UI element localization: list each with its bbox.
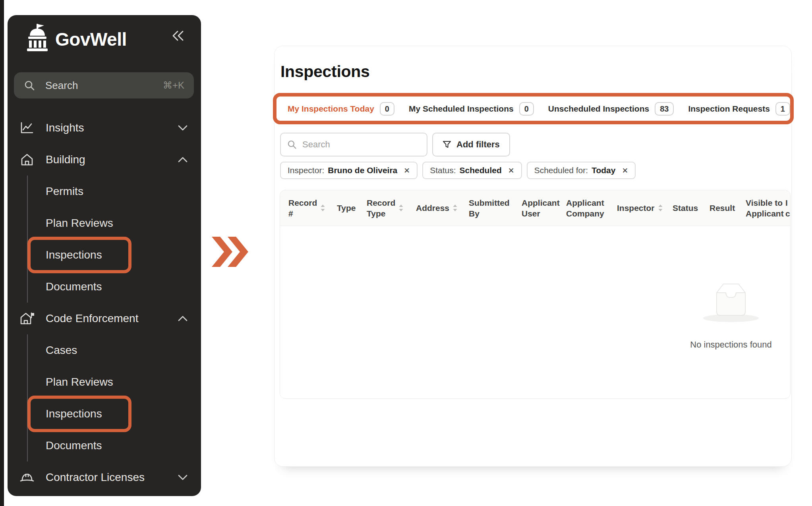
- sidebar-item-label: Building: [46, 153, 85, 166]
- chevron-up-icon: [178, 156, 188, 163]
- tab-label: My Scheduled Inspections: [409, 104, 514, 114]
- column-header-applicant-user: ApplicantUser: [522, 197, 566, 219]
- sidebar-item-label: Code Enforcement: [46, 312, 138, 325]
- search-shortcut: ⌘+K: [163, 80, 184, 91]
- home-flag-icon: [20, 312, 34, 325]
- tab-count-badge: 0: [380, 102, 394, 116]
- column-header-inspector[interactable]: Inspector: [617, 203, 673, 213]
- sort-icon: [453, 205, 457, 211]
- home-icon: [20, 153, 34, 166]
- column-header-submitted-by: SubmittedBy: [469, 197, 522, 219]
- insights-chart-icon: [20, 122, 34, 134]
- sidebar-search-placeholder: Search: [45, 79, 163, 92]
- close-icon[interactable]: ✕: [622, 166, 628, 175]
- empty-inbox-icon: [697, 282, 765, 323]
- close-icon[interactable]: ✕: [404, 166, 410, 175]
- column-header-record-number[interactable]: Record#: [288, 197, 337, 219]
- filter-funnel-icon: [443, 140, 451, 149]
- inspections-table: Record# Type RecordType Address Submitte…: [280, 190, 791, 399]
- tab-label: My Inspections Today: [288, 104, 374, 114]
- column-header-address[interactable]: Address: [416, 203, 469, 213]
- brand-row: GovWell: [8, 23, 201, 60]
- sidebar-item-ce-cases[interactable]: Cases: [28, 334, 201, 366]
- sub-item-label: Inspections: [46, 408, 102, 420]
- sort-icon: [321, 205, 325, 211]
- column-header-result: Result: [710, 203, 746, 213]
- sub-item-label: Plan Reviews: [46, 376, 113, 388]
- chip-label: Inspector:: [288, 166, 324, 175]
- tab-count-badge: 1: [775, 102, 790, 116]
- close-icon[interactable]: ✕: [508, 166, 514, 175]
- sidebar-item-ce-inspections[interactable]: Inspections: [28, 398, 201, 430]
- sub-item-label: Permits: [46, 185, 83, 198]
- filter-chip-inspector[interactable]: Inspector: Bruno de Oliveira ✕: [280, 162, 418, 179]
- sidebar-item-label: Insights: [46, 122, 84, 134]
- sidebar-search[interactable]: Search ⌘+K: [14, 72, 194, 98]
- sub-item-label: Documents: [46, 280, 102, 293]
- chip-value: Bruno de Oliveira: [328, 166, 397, 175]
- sidebar-item-contractor-licenses[interactable]: Contractor Licenses: [8, 462, 201, 493]
- sort-icon: [399, 205, 403, 211]
- table-body: No inspections found: [280, 226, 790, 398]
- toolbar: Add filters: [280, 133, 510, 156]
- tab-inspection-requests[interactable]: Inspection Requests 1: [688, 102, 790, 116]
- sidebar-item-building-permits[interactable]: Permits: [28, 176, 201, 207]
- search-icon: [24, 80, 35, 91]
- column-header-clipped: Ic: [785, 197, 791, 219]
- chip-value: Today: [592, 166, 615, 175]
- tab-label: Inspection Requests: [688, 104, 769, 114]
- filter-chip-scheduled-for[interactable]: Scheduled for: Today ✕: [527, 162, 636, 179]
- column-header-visible-to-applicant: Visible toApplicant: [746, 197, 785, 219]
- table-header-row: Record# Type RecordType Address Submitte…: [280, 190, 790, 226]
- add-filters-button[interactable]: Add filters: [432, 133, 510, 156]
- sidebar-item-label: Contractor Licenses: [46, 471, 145, 484]
- capitol-logo-icon: [24, 24, 50, 52]
- column-header-type: Type: [337, 203, 367, 213]
- sidebar-item-building-inspections[interactable]: Inspections: [28, 239, 201, 271]
- page-title: Inspections: [280, 62, 370, 81]
- chevron-down-icon: [178, 474, 188, 481]
- tab-count-badge: 0: [519, 102, 534, 116]
- empty-message: No inspections found: [669, 340, 791, 350]
- tab-count-badge: 83: [655, 102, 674, 116]
- search-icon: [287, 140, 297, 149]
- window-edge-strip: [0, 0, 4, 506]
- tab-unscheduled-inspections[interactable]: Unscheduled Inspections 83: [548, 102, 674, 116]
- chevron-down-icon: [178, 125, 188, 131]
- sub-item-label: Cases: [46, 344, 77, 357]
- empty-state: No inspections found: [669, 282, 791, 350]
- sub-item-label: Documents: [46, 439, 102, 452]
- annotation-box-tabs: My Inspections Today 0 My Scheduled Insp…: [273, 93, 794, 124]
- sidebar-item-code-enforcement[interactable]: Code Enforcement: [8, 303, 201, 334]
- sidebar: GovWell Search ⌘+K Insights: [8, 15, 201, 496]
- search-input[interactable]: [302, 139, 420, 150]
- chip-label: Scheduled for:: [534, 166, 588, 175]
- column-header-applicant-company: ApplicantCompany: [566, 197, 617, 219]
- sidebar-item-building[interactable]: Building: [8, 144, 201, 176]
- sort-icon: [658, 205, 663, 211]
- inspections-panel: Inspections My Inspections Today 0 My Sc…: [274, 46, 792, 467]
- collapse-sidebar-icon[interactable]: [171, 29, 185, 42]
- brand-name: GovWell: [55, 29, 127, 50]
- column-header-record-type[interactable]: RecordType: [367, 197, 416, 219]
- building-sub-list: Permits Plan Reviews Inspections Documen…: [27, 176, 201, 303]
- tab-my-inspections-today[interactable]: My Inspections Today 0: [288, 102, 394, 116]
- chip-value: Scheduled: [460, 166, 502, 175]
- chevron-up-icon: [178, 315, 188, 322]
- tab-my-scheduled-inspections[interactable]: My Scheduled Inspections 0: [409, 102, 534, 116]
- double-chevron-arrow-icon: [212, 237, 248, 267]
- sidebar-item-building-plan-reviews[interactable]: Plan Reviews: [28, 207, 201, 239]
- sub-item-label: Inspections: [46, 249, 102, 261]
- code-enforcement-sub-list: Cases Plan Reviews Inspections Documents: [27, 334, 201, 462]
- filter-chips: Inspector: Bruno de Oliveira ✕ Status: S…: [280, 162, 636, 179]
- sidebar-item-ce-documents[interactable]: Documents: [28, 430, 201, 462]
- chip-label: Status:: [430, 166, 456, 175]
- sidebar-nav: Insights Building Permits Plan Revi: [8, 112, 201, 493]
- sidebar-item-building-documents[interactable]: Documents: [28, 271, 201, 303]
- filter-chip-status[interactable]: Status: Scheduled ✕: [422, 162, 522, 179]
- hard-hat-icon: [20, 471, 34, 483]
- sidebar-item-insights[interactable]: Insights: [8, 112, 201, 144]
- sidebar-item-ce-plan-reviews[interactable]: Plan Reviews: [28, 366, 201, 398]
- table-search-field[interactable]: [280, 133, 427, 156]
- column-header-status: Status: [673, 203, 710, 213]
